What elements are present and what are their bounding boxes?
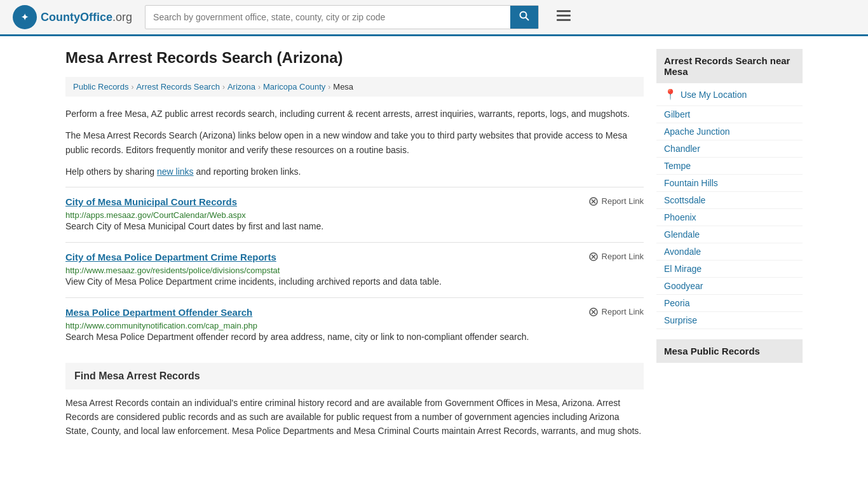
report-link-2[interactable]: Report Link <box>588 307 644 317</box>
new-links-link[interactable]: new links <box>157 166 194 177</box>
breadcrumb-sep-2: › <box>222 83 225 92</box>
search-container <box>145 5 539 29</box>
content-area: Mesa Arrest Records Search (Arizona) Pub… <box>65 49 644 446</box>
search-icon <box>519 11 529 21</box>
breadcrumb-maricopa[interactable]: Maricopa County <box>263 82 325 92</box>
svg-text:✦: ✦ <box>21 12 29 22</box>
nearby-city-7[interactable]: Glendale <box>656 226 803 243</box>
breadcrumb-current: Mesa <box>333 82 353 92</box>
nearby-city-2[interactable]: Chandler <box>656 140 803 158</box>
nearby-city-8[interactable]: Avondale <box>656 243 803 261</box>
find-section-title: Find Mesa Arrest Records <box>74 370 635 382</box>
sidebar-section-2-title: Mesa Public Records <box>656 339 803 363</box>
record-desc-0: Search City of Mesa Municipal Court date… <box>65 220 644 233</box>
record-title-1[interactable]: City of Mesa Police Department Crime Rep… <box>65 252 276 262</box>
search-button[interactable] <box>510 6 538 29</box>
use-my-location[interactable]: 📍 Use My Location <box>656 83 803 106</box>
breadcrumb-sep-1: › <box>131 83 133 92</box>
record-header-0: City of Mesa Municipal Court Records Rep… <box>65 196 644 207</box>
nearby-city-10[interactable]: Goodyear <box>656 278 803 295</box>
location-pin-icon: 📍 <box>664 88 677 100</box>
nearby-city-0[interactable]: Gilbert <box>656 106 803 123</box>
record-url-1[interactable]: http://www.mesaaz.gov/residents/police/d… <box>65 266 280 275</box>
breadcrumb-sep-3: › <box>258 83 261 92</box>
record-card-0: City of Mesa Municipal Court Records Rep… <box>65 187 644 242</box>
record-header-2: Mesa Police Department Offender Search R… <box>65 307 644 318</box>
svg-rect-5 <box>557 15 571 17</box>
report-icon-2 <box>588 307 599 317</box>
site-header: ✦ CountyOffice.org <box>0 0 868 36</box>
nearby-city-11[interactable]: Peoria <box>656 295 803 312</box>
sidebar-section-2: Mesa Public Records <box>656 339 803 363</box>
sidebar-section-1-title: Arrest Records Search near Mesa <box>656 49 803 83</box>
record-card-1: City of Mesa Police Department Crime Rep… <box>65 242 644 297</box>
report-link-1[interactable]: Report Link <box>588 252 644 262</box>
record-card-2: Mesa Police Department Offender Search R… <box>65 297 644 353</box>
description-3: Help others by sharing new links and rep… <box>65 165 644 179</box>
find-section-body: Mesa Arrest Records contain an individua… <box>65 396 644 438</box>
nearby-city-6[interactable]: Phoenix <box>656 209 803 226</box>
nearby-city-1[interactable]: Apache Junction <box>656 123 803 140</box>
record-title-2[interactable]: Mesa Police Department Offender Search <box>65 307 252 318</box>
nearby-city-5[interactable]: Scottsdale <box>656 192 803 209</box>
report-link-0[interactable]: Report Link <box>588 196 644 207</box>
svg-rect-6 <box>557 19 571 21</box>
report-icon-0 <box>588 196 599 207</box>
find-section: Find Mesa Arrest Records <box>65 363 644 390</box>
description-1: Perform a free Mesa, AZ public arrest re… <box>65 107 644 121</box>
nearby-city-9[interactable]: El Mirage <box>656 261 803 278</box>
breadcrumb-sep-4: › <box>328 83 330 92</box>
record-desc-1: View City of Mesa Police Department crim… <box>65 275 644 288</box>
record-url-2[interactable]: http://www.communitynotification.com/cap… <box>65 321 257 330</box>
breadcrumb-public-records[interactable]: Public Records <box>73 82 128 92</box>
record-desc-2: Search Mesa Police Department offender r… <box>65 330 644 344</box>
svg-line-3 <box>526 18 529 21</box>
hamburger-icon <box>557 10 571 22</box>
site-logo[interactable]: ✦ CountyOffice.org <box>13 5 132 29</box>
report-icon-1 <box>588 252 599 262</box>
description-2: The Mesa Arrest Records Search (Arizona)… <box>65 128 644 157</box>
svg-rect-4 <box>557 10 571 12</box>
breadcrumb-arrest-records[interactable]: Arrest Records Search <box>136 82 220 92</box>
logo-icon: ✦ <box>13 5 37 29</box>
logo-text: CountyOffice.org <box>41 11 132 24</box>
record-url-0[interactable]: http://apps.mesaaz.gov/CourtCalendar/Web… <box>65 210 246 220</box>
main-container: Mesa Arrest Records Search (Arizona) Pub… <box>53 36 815 459</box>
record-header-1: City of Mesa Police Department Crime Rep… <box>65 252 644 262</box>
nearby-city-12[interactable]: Surprise <box>656 312 803 329</box>
breadcrumb-arizona[interactable]: Arizona <box>227 82 255 92</box>
search-input[interactable] <box>146 7 510 27</box>
menu-button[interactable] <box>552 8 576 27</box>
breadcrumb: Public Records › Arrest Records Search ›… <box>65 77 644 97</box>
nearby-city-3[interactable]: Tempe <box>656 158 803 175</box>
record-cards: City of Mesa Municipal Court Records Rep… <box>65 187 644 353</box>
sidebar: Arrest Records Search near Mesa 📍 Use My… <box>656 49 803 446</box>
nearby-city-4[interactable]: Fountain Hills <box>656 175 803 192</box>
page-title: Mesa Arrest Records Search (Arizona) <box>65 49 644 67</box>
record-title-0[interactable]: City of Mesa Municipal Court Records <box>65 196 237 207</box>
nearby-cities-list: GilbertApache JunctionChandlerTempeFount… <box>656 106 803 329</box>
svg-point-2 <box>520 12 527 18</box>
